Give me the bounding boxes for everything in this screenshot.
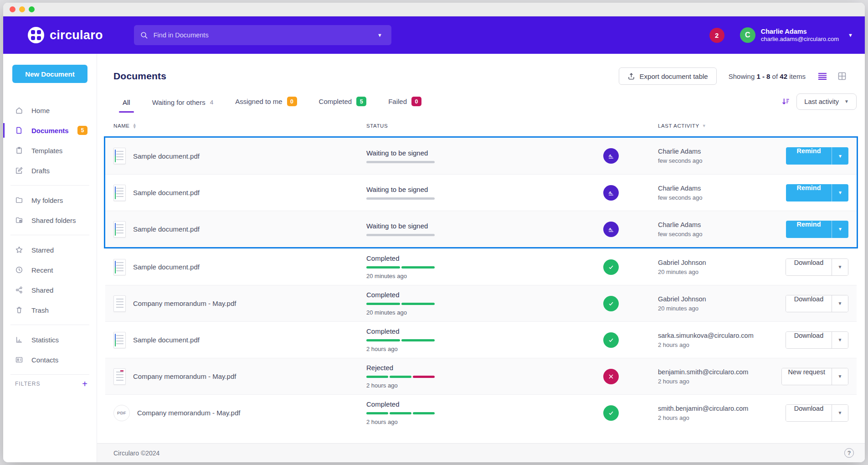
action-dropdown-caret[interactable]: ▼ bbox=[832, 368, 848, 385]
last-activity-time: few seconds ago bbox=[658, 231, 766, 238]
new-document-button[interactable]: New Document bbox=[12, 65, 87, 83]
edit-icon bbox=[15, 166, 23, 175]
action-dropdown-caret[interactable]: ▼ bbox=[832, 332, 848, 348]
status-label: Completed bbox=[366, 254, 603, 262]
last-activity-actor: Charlie Adams bbox=[658, 221, 766, 228]
user-menu[interactable]: C Charlie Adams charlie.adams@circularo.… bbox=[740, 27, 853, 43]
document-name[interactable]: Company memorandum - May.pdf bbox=[133, 372, 236, 380]
sort-by-dropdown[interactable]: Last activity ▼ bbox=[796, 93, 857, 110]
status-time: 2 hours ago bbox=[366, 346, 603, 352]
table-row[interactable]: Sample document.pdf Waiting to be signed… bbox=[105, 211, 857, 247]
user-name: Charlie Adams bbox=[761, 27, 839, 36]
status-time: 2 hours ago bbox=[366, 418, 603, 425]
tab-all[interactable]: All bbox=[122, 95, 131, 113]
table-row[interactable]: Sample document.pdf Waiting to be signed… bbox=[105, 174, 857, 211]
table-row[interactable]: Sample document.pdf Completed 20 minutes… bbox=[105, 248, 857, 285]
signature-pending-icon bbox=[603, 148, 619, 164]
action-dropdown-caret[interactable]: ▼ bbox=[832, 147, 848, 165]
download-button[interactable]: Download bbox=[786, 295, 832, 312]
tab-badge: 0 bbox=[287, 97, 297, 106]
table-row[interactable]: Sample document.pdf Completed 2 hours ag… bbox=[105, 321, 857, 358]
sort-descending-icon bbox=[781, 97, 790, 106]
document-name[interactable]: Sample document.pdf bbox=[133, 263, 200, 271]
clock-icon bbox=[15, 266, 23, 274]
table-row[interactable]: Sample document.pdf Waiting to be signed… bbox=[105, 138, 857, 174]
table-header: NAME ▲▼ STATUS LAST ACTIVITY ▼ bbox=[105, 115, 857, 136]
star-icon bbox=[15, 246, 23, 254]
download-button[interactable]: Download bbox=[786, 332, 832, 348]
table-row[interactable]: Company memorandum - May.pdf Completed 2… bbox=[105, 285, 857, 321]
action-dropdown-caret[interactable]: ▼ bbox=[832, 221, 848, 238]
notification-badge[interactable]: 2 bbox=[709, 28, 724, 43]
document-name[interactable]: Sample document.pdf bbox=[133, 189, 200, 196]
last-activity-actor: benjamin.smith@circularo.com bbox=[658, 368, 766, 376]
pdf-file-icon: PDF bbox=[113, 405, 130, 421]
close-window-button[interactable] bbox=[10, 6, 15, 12]
user-email: charlie.adams@circularo.com bbox=[761, 36, 839, 43]
column-header-status[interactable]: STATUS bbox=[366, 123, 603, 129]
sidebar-item-statistics[interactable]: Statistics bbox=[3, 330, 97, 350]
brand-logo[interactable]: circularo bbox=[28, 27, 103, 43]
divider bbox=[10, 325, 89, 325]
search-icon bbox=[140, 31, 148, 39]
tab-assigned-to-me[interactable]: Assigned to me 0 bbox=[234, 93, 298, 113]
column-header-last-activity[interactable]: LAST ACTIVITY ▼ bbox=[644, 123, 766, 129]
global-search[interactable]: ▼ bbox=[134, 25, 391, 45]
document-icon bbox=[15, 126, 23, 134]
action-dropdown-caret[interactable]: ▼ bbox=[832, 259, 848, 275]
action-dropdown-caret[interactable]: ▼ bbox=[832, 184, 848, 202]
last-activity-actor: sarka.simunkova@circularo.com bbox=[658, 332, 766, 339]
search-scope-caret-icon[interactable]: ▼ bbox=[375, 31, 385, 40]
document-name[interactable]: Sample document.pdf bbox=[133, 336, 200, 344]
progress-bar bbox=[366, 412, 435, 414]
remind-button[interactable]: Remind bbox=[786, 147, 832, 165]
download-button[interactable]: Download bbox=[786, 259, 832, 275]
table-row[interactable]: PDF Company memorandum - May.pdf Complet… bbox=[105, 394, 857, 431]
grid-view-toggle[interactable] bbox=[837, 72, 847, 81]
sidebar-item-home[interactable]: Home bbox=[3, 100, 97, 120]
share-icon bbox=[15, 286, 23, 294]
tab-waiting-for-others[interactable]: Waiting for others 4 bbox=[151, 95, 215, 113]
column-header-name[interactable]: NAME ▲▼ bbox=[113, 123, 366, 129]
tab-completed[interactable]: Completed 5 bbox=[318, 93, 368, 113]
remind-button[interactable]: Remind bbox=[786, 221, 832, 238]
sidebar-item-trash[interactable]: Trash bbox=[3, 300, 97, 320]
action-dropdown-caret[interactable]: ▼ bbox=[832, 405, 848, 421]
document-name[interactable]: Sample document.pdf bbox=[133, 225, 200, 233]
table-row[interactable]: Company memorandum - May.pdf Rejected 2 … bbox=[105, 358, 857, 394]
tab-count: 4 bbox=[210, 99, 214, 106]
action-dropdown-caret[interactable]: ▼ bbox=[832, 295, 848, 312]
zoom-window-button[interactable] bbox=[29, 6, 35, 12]
export-document-table-button[interactable]: Export document table bbox=[619, 67, 717, 85]
new-request-button[interactable]: New request bbox=[782, 368, 832, 385]
divider bbox=[10, 235, 89, 235]
search-input[interactable] bbox=[154, 31, 369, 39]
sidebar-item-contacts[interactable]: Contacts bbox=[3, 350, 97, 370]
sidebar-item-my-folders[interactable]: My folders bbox=[3, 190, 97, 210]
add-filter-button[interactable]: + bbox=[82, 379, 87, 388]
rejected-x-icon bbox=[603, 369, 619, 384]
download-button[interactable]: Download bbox=[786, 405, 832, 421]
documents-count-badge: 5 bbox=[77, 126, 87, 135]
completed-check-icon bbox=[603, 259, 619, 275]
document-name[interactable]: Sample document.pdf bbox=[133, 152, 200, 160]
remind-button[interactable]: Remind bbox=[786, 184, 832, 202]
sidebar-item-shared[interactable]: Shared bbox=[3, 280, 97, 300]
last-activity-time: 2 hours ago bbox=[658, 414, 766, 421]
user-menu-caret-icon: ▼ bbox=[848, 32, 853, 38]
help-icon[interactable]: ? bbox=[844, 448, 854, 458]
list-view-toggle[interactable] bbox=[817, 72, 827, 80]
sort-direction-button[interactable] bbox=[781, 97, 790, 106]
sidebar-item-templates[interactable]: Templates bbox=[3, 140, 97, 160]
document-name[interactable]: Company memorandum - May.pdf bbox=[137, 409, 240, 417]
sidebar-item-shared-folders[interactable]: Shared folders bbox=[3, 210, 97, 230]
tab-failed[interactable]: Failed 0 bbox=[387, 93, 422, 113]
sidebar-item-drafts[interactable]: Drafts bbox=[3, 160, 97, 181]
document-name[interactable]: Company memorandum - May.pdf bbox=[133, 300, 236, 307]
status-label: Waiting to be signed bbox=[366, 186, 603, 193]
sidebar-item-recent[interactable]: Recent bbox=[3, 260, 97, 280]
sidebar-item-starred[interactable]: Starred bbox=[3, 240, 97, 260]
minimize-window-button[interactable] bbox=[19, 6, 25, 12]
footer: Circularo ©2024 ? bbox=[97, 443, 865, 462]
sidebar-item-documents[interactable]: Documents 5 bbox=[3, 120, 97, 140]
